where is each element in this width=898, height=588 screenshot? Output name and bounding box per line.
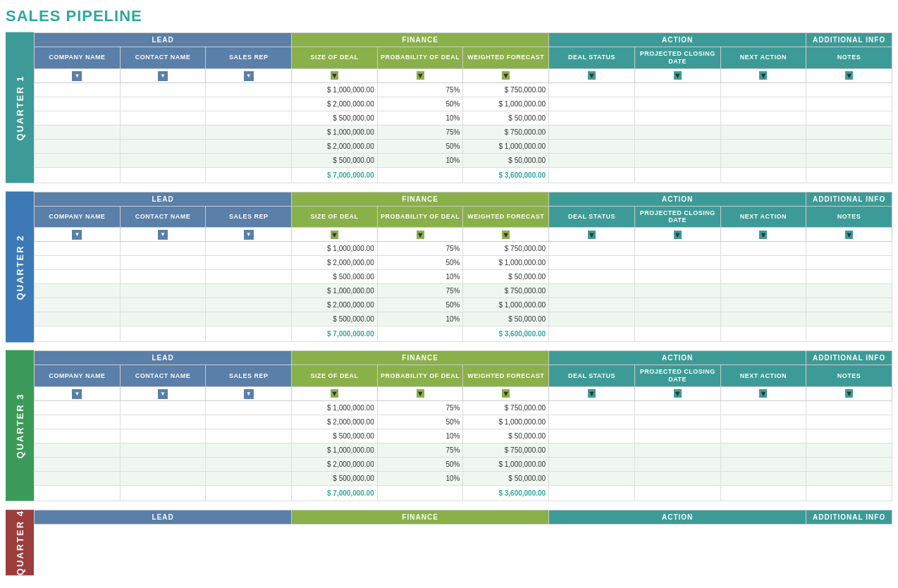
cell-2-5[interactable]: $ 50,000.00 [463, 270, 549, 284]
cell-2-9[interactable] [806, 270, 892, 284]
cell-3-6[interactable] [549, 125, 635, 139]
cell-1-4[interactable]: 50% [377, 256, 463, 270]
cell-2-5[interactable]: $ 50,000.00 [463, 429, 549, 443]
cell-0-5[interactable]: $ 750,000.00 [463, 82, 549, 97]
cell-3-9[interactable] [806, 443, 892, 457]
cell-2-9[interactable] [806, 111, 892, 125]
cell-1-0[interactable] [35, 256, 121, 270]
filter-icon-6[interactable]: ▼ [588, 231, 596, 239]
cell-2-8[interactable] [720, 429, 806, 443]
cell-3-4[interactable]: 75% [377, 443, 463, 457]
cell-5-5[interactable]: $ 50,000.00 [463, 153, 549, 167]
cell-4-3[interactable]: $ 2,000,000.00 [292, 139, 378, 153]
cell-2-3[interactable]: $ 500,000.00 [292, 111, 378, 125]
filter-icon-0[interactable]: ▼ [72, 230, 82, 240]
filter-icon-2[interactable]: ▼ [244, 230, 254, 240]
cell-1-5[interactable]: $ 1,000,000.00 [463, 256, 549, 270]
cell-2-2[interactable] [206, 270, 292, 284]
cell-5-5[interactable]: $ 50,000.00 [463, 312, 549, 326]
cell-3-6[interactable] [549, 284, 635, 298]
filter-icon-3[interactable]: ▼ [331, 231, 338, 239]
cell-3-5[interactable]: $ 750,000.00 [463, 443, 549, 457]
cell-1-9[interactable] [806, 415, 892, 429]
cell-0-7[interactable] [634, 82, 720, 97]
filter-icon-8[interactable]: ▼ [759, 389, 767, 398]
cell-4-6[interactable] [549, 457, 635, 471]
cell-0-0[interactable] [35, 400, 121, 415]
cell-5-7[interactable] [634, 312, 720, 326]
cell-3-1[interactable] [120, 125, 206, 139]
cell-4-2[interactable] [206, 457, 292, 471]
cell-3-6[interactable] [549, 443, 635, 457]
cell-3-5[interactable]: $ 750,000.00 [463, 284, 549, 298]
cell-4-5[interactable]: $ 1,000,000.00 [463, 457, 549, 471]
cell-3-1[interactable] [120, 443, 206, 457]
cell-5-1[interactable] [120, 471, 206, 485]
cell-3-4[interactable]: 75% [377, 284, 463, 298]
cell-3-8[interactable] [720, 284, 806, 298]
cell-5-0[interactable] [35, 312, 121, 326]
filter-icon-4[interactable]: ▼ [417, 71, 424, 80]
cell-2-0[interactable] [35, 270, 121, 284]
cell-2-4[interactable]: 10% [377, 429, 463, 443]
cell-0-3[interactable]: $ 1,000,000.00 [292, 82, 378, 97]
cell-1-5[interactable]: $ 1,000,000.00 [463, 415, 549, 429]
cell-0-0[interactable] [35, 242, 121, 256]
cell-1-5[interactable]: $ 1,000,000.00 [463, 97, 549, 111]
cell-0-2[interactable] [206, 82, 292, 97]
cell-4-4[interactable]: 50% [377, 298, 463, 312]
cell-4-5[interactable]: $ 1,000,000.00 [463, 139, 549, 153]
cell-3-9[interactable] [806, 125, 892, 139]
filter-icon-9[interactable]: ▼ [845, 389, 853, 398]
cell-2-8[interactable] [720, 111, 806, 125]
filter-icon-9[interactable]: ▼ [845, 231, 853, 239]
cell-4-9[interactable] [806, 457, 892, 471]
filter-icon-7[interactable]: ▼ [674, 389, 682, 398]
cell-0-4[interactable]: 75% [377, 400, 463, 415]
cell-3-0[interactable] [35, 443, 121, 457]
filter-icon-2[interactable]: ▼ [244, 71, 254, 81]
cell-5-4[interactable]: 10% [377, 471, 463, 485]
cell-1-8[interactable] [720, 256, 806, 270]
cell-4-2[interactable] [206, 139, 292, 153]
cell-2-4[interactable]: 10% [377, 111, 463, 125]
filter-icon-0[interactable]: ▼ [72, 71, 82, 81]
cell-4-9[interactable] [806, 139, 892, 153]
filter-icon-5[interactable]: ▼ [502, 389, 510, 398]
cell-0-2[interactable] [206, 400, 292, 415]
cell-0-9[interactable] [806, 82, 892, 97]
cell-2-2[interactable] [206, 429, 292, 443]
filter-icon-8[interactable]: ▼ [759, 231, 767, 239]
cell-0-4[interactable]: 75% [377, 82, 463, 97]
cell-2-0[interactable] [35, 111, 121, 125]
filter-icon-1[interactable]: ▼ [158, 389, 168, 399]
cell-1-3[interactable]: $ 2,000,000.00 [292, 97, 378, 111]
cell-5-0[interactable] [35, 471, 121, 485]
cell-4-0[interactable] [35, 457, 121, 471]
filter-icon-9[interactable]: ▼ [845, 71, 853, 80]
cell-1-7[interactable] [634, 97, 720, 111]
cell-3-7[interactable] [634, 125, 720, 139]
cell-4-6[interactable] [549, 139, 635, 153]
cell-3-4[interactable]: 75% [377, 125, 463, 139]
cell-0-4[interactable]: 75% [377, 242, 463, 256]
cell-1-0[interactable] [35, 415, 121, 429]
cell-0-3[interactable]: $ 1,000,000.00 [292, 242, 378, 256]
filter-icon-7[interactable]: ▼ [674, 71, 682, 80]
filter-icon-1[interactable]: ▼ [158, 71, 168, 81]
filter-icon-5[interactable]: ▼ [502, 71, 510, 80]
cell-2-1[interactable] [120, 270, 206, 284]
cell-3-5[interactable]: $ 750,000.00 [463, 125, 549, 139]
filter-icon-6[interactable]: ▼ [588, 71, 596, 80]
cell-0-0[interactable] [35, 82, 121, 97]
cell-1-9[interactable] [806, 97, 892, 111]
cell-1-1[interactable] [120, 256, 206, 270]
filter-icon-6[interactable]: ▼ [588, 389, 596, 398]
cell-0-9[interactable] [806, 400, 892, 415]
cell-0-6[interactable] [549, 242, 635, 256]
cell-1-9[interactable] [806, 256, 892, 270]
filter-icon-5[interactable]: ▼ [502, 231, 510, 239]
cell-5-5[interactable]: $ 50,000.00 [463, 471, 549, 485]
cell-3-2[interactable] [206, 284, 292, 298]
cell-1-7[interactable] [634, 415, 720, 429]
